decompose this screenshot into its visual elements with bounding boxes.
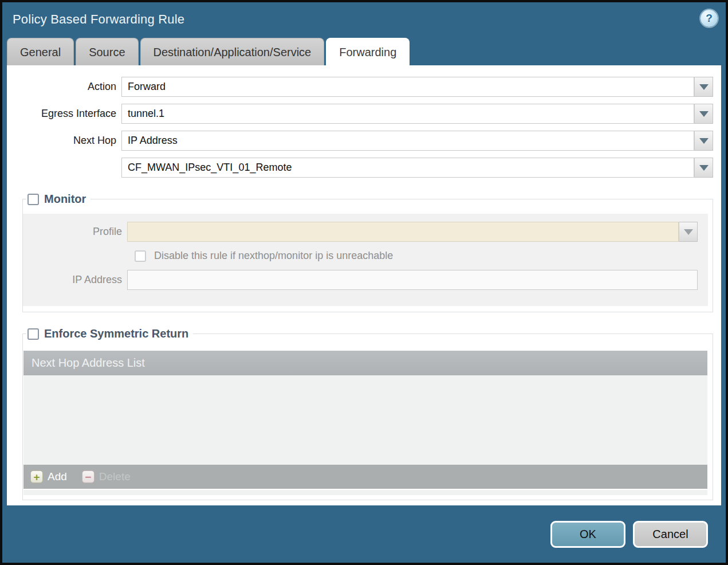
monitor-legend: Monitor <box>26 193 90 206</box>
dialog-title: Policy Based Forwarding Rule <box>13 12 184 27</box>
disable-rule-row: Disable this rule if nexthop/monitor ip … <box>135 250 702 262</box>
next-hop-address-input[interactable] <box>121 158 694 178</box>
delete-icon: − <box>82 470 95 483</box>
next-hop-address-list-table: Next Hop Address List + Add − Delete <box>23 351 707 489</box>
next-hop-type-input[interactable] <box>121 131 694 151</box>
action-input[interactable] <box>121 77 694 97</box>
disable-rule-checkbox <box>135 250 146 262</box>
delete-button: − Delete <box>82 470 131 483</box>
monitor-ip-address-input <box>127 270 698 290</box>
egress-interface-dropdown-button[interactable] <box>694 104 713 124</box>
egress-interface-label: Egress Interface <box>7 108 121 120</box>
disable-rule-label: Disable this rule if nexthop/monitor ip … <box>154 250 393 262</box>
title-bar: Policy Based Forwarding Rule ? <box>2 2 726 37</box>
add-button-label: Add <box>48 470 67 483</box>
monitor-checkbox[interactable] <box>27 194 39 205</box>
next-hop-address-list-toolbar: + Add − Delete <box>23 465 707 489</box>
action-label: Action <box>7 81 121 93</box>
table-bottom-strip <box>23 490 707 495</box>
pbf-rule-dialog: Policy Based Forwarding Rule ? General S… <box>0 0 728 565</box>
enforce-symmetric-return-section: Enforce Symmetric Return Next Hop Addres… <box>22 327 713 500</box>
profile-dropdown-button <box>679 222 698 242</box>
chevron-down-icon <box>684 229 693 235</box>
add-button[interactable]: + Add <box>30 470 67 483</box>
enforce-symmetric-return-legend: Enforce Symmetric Return <box>26 327 193 340</box>
monitor-legend-label: Monitor <box>44 193 86 206</box>
profile-input <box>127 222 679 242</box>
enforce-symmetric-return-checkbox[interactable] <box>27 328 39 340</box>
chevron-down-icon <box>699 165 709 171</box>
next-hop-address-row <box>7 158 713 178</box>
action-dropdown-button[interactable] <box>694 77 713 97</box>
next-hop-row: Next Hop <box>7 131 713 151</box>
help-icon[interactable]: ? <box>701 10 718 27</box>
monitor-ip-address-label: IP Address <box>23 274 127 286</box>
add-icon: + <box>30 470 43 483</box>
tab-forwarding[interactable]: Forwarding <box>326 38 410 65</box>
profile-label: Profile <box>23 226 127 238</box>
egress-interface-row: Egress Interface <box>7 104 713 124</box>
next-hop-address-dropdown-button[interactable] <box>694 158 713 178</box>
next-hop-type-dropdown-button[interactable] <box>694 131 713 151</box>
forwarding-tab-panel: Action Egress Interface Next Hop <box>7 65 721 505</box>
profile-row: Profile <box>23 222 702 242</box>
tab-source[interactable]: Source <box>76 38 138 65</box>
monitor-section: Monitor Profile Disable this rule if nex… <box>22 193 713 312</box>
chevron-down-icon <box>699 111 709 117</box>
monitor-ip-address-row: IP Address <box>23 270 702 290</box>
next-hop-address-list-header: Next Hop Address List <box>23 351 707 375</box>
egress-interface-input[interactable] <box>121 104 694 124</box>
next-hop-address-list-body <box>23 375 707 465</box>
enforce-symmetric-return-legend-label: Enforce Symmetric Return <box>44 327 188 340</box>
tab-bar: General Source Destination/Application/S… <box>2 37 726 65</box>
next-hop-label: Next Hop <box>7 135 121 147</box>
cancel-button[interactable]: Cancel <box>633 521 708 548</box>
chevron-down-icon <box>699 84 709 90</box>
tab-general[interactable]: General <box>7 38 74 65</box>
ok-button[interactable]: OK <box>550 521 625 548</box>
dialog-footer: OK Cancel <box>2 505 726 563</box>
chevron-down-icon <box>699 138 709 144</box>
action-row: Action <box>7 77 713 97</box>
monitor-panel: Profile Disable this rule if nexthop/mon… <box>23 214 708 306</box>
tab-destination-application-service[interactable]: Destination/Application/Service <box>140 38 325 65</box>
delete-button-label: Delete <box>99 470 131 483</box>
